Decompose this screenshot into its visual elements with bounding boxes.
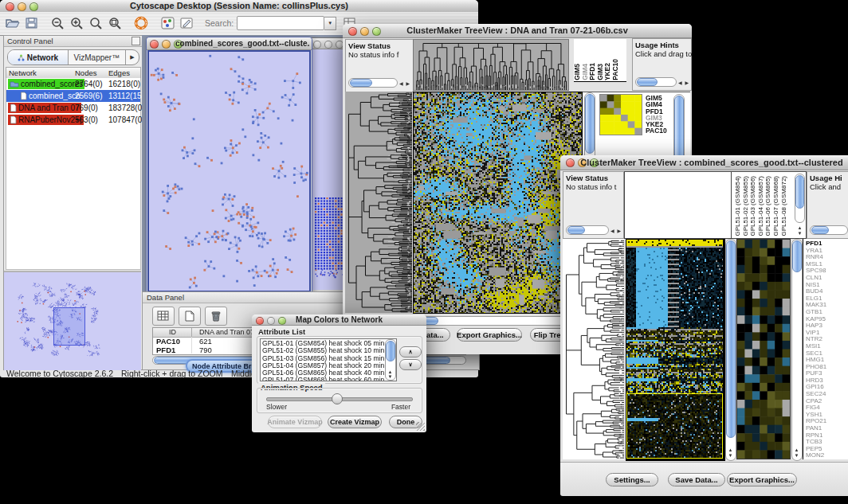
- status-zoom-hint: Right-click + drag to ZOOM: [121, 369, 223, 378]
- network-name: combined_sco: [29, 92, 80, 100]
- close-icon[interactable]: [313, 41, 321, 49]
- attribute-list-item[interactable]: GPL51-02 (GSM855) heat shock 10 min: [262, 347, 395, 354]
- column-label[interactable]: GPL51-08 (GSM872): [780, 176, 788, 236]
- attribute-list-vscrollbar[interactable]: ▲▼: [385, 339, 396, 381]
- open-file-icon[interactable]: [3, 14, 22, 32]
- delete-attribute-button[interactable]: [205, 307, 227, 326]
- network-view-frame[interactable]: combined_scores_good.txt--cluste...: [146, 37, 312, 291]
- tv2-column-dendrogram-area[interactable]: [624, 171, 732, 239]
- tv1-usage-hints-panel: Usage Hints Click and drag to ◀ ▶: [632, 38, 692, 91]
- help-icon[interactable]: [132, 14, 151, 32]
- search-dropdown-icon[interactable]: ▼: [324, 17, 336, 30]
- tv2-hints-hscrollbar[interactable]: [810, 225, 848, 235]
- network-row[interactable]: DNA and Tran 07769(0)183728(0): [6, 102, 140, 114]
- scroll-thumb[interactable]: [811, 226, 829, 234]
- column-label[interactable]: GPL51-03 (GSM856): [749, 176, 757, 236]
- attribute-list-item[interactable]: GPL51-06 (GSM865) heat shock 40 min: [262, 369, 395, 377]
- network-row[interactable]: combined_scores2764(0)16218(0): [6, 78, 140, 90]
- zoom-fit-icon[interactable]: [106, 14, 125, 32]
- main-titlebar[interactable]: Cytoscape Desktop (Session Name: collins…: [0, 0, 478, 13]
- resize-grip[interactable]: [416, 422, 425, 431]
- scroll-thumb[interactable]: [386, 341, 395, 361]
- tv2-status-hscrollbar[interactable]: [566, 225, 609, 235]
- tv2-titlebar[interactable]: ClusterMaker TreeView : combined_scores_…: [560, 155, 848, 170]
- desktop: Cytoscape Desktop (Session Name: collins…: [0, 0, 848, 504]
- attribute-list[interactable]: GPL51-01 (GSM854) heat shock 05 minGPL51…: [260, 338, 397, 381]
- tv1-global-hscrollbar[interactable]: [413, 316, 571, 326]
- tv2-label-vscrollbar[interactable]: ▲▼: [791, 239, 803, 461]
- tv1-hints-hscrollbar[interactable]: [635, 77, 677, 87]
- dialog-titlebar[interactable]: Map Colors to Network: [252, 315, 426, 326]
- network-view-canvas[interactable]: [147, 50, 311, 291]
- tv1-column-dendrogram[interactable]: [413, 39, 569, 91]
- attribute-list-item[interactable]: GPL51-01 (GSM854) heat shock 05 min: [262, 340, 395, 347]
- zoom-selected-icon[interactable]: [87, 14, 106, 32]
- data-panel-title: Data Panel: [147, 293, 184, 302]
- tv1-row-dendrogram[interactable]: [345, 92, 412, 313]
- column-label[interactable]: GPL51-04 (GSM857): [757, 176, 765, 236]
- annotation-icon[interactable]: [178, 14, 197, 32]
- edges-count: 16218(0): [108, 78, 140, 90]
- attribute-list-item[interactable]: GPL51-04 (GSM857) heat shock 20 min: [262, 362, 395, 369]
- tab-network[interactable]: Network: [8, 50, 69, 64]
- column-label[interactable]: GPL51-07 (GSM868): [772, 176, 780, 236]
- search-input[interactable]: [237, 16, 324, 30]
- scroll-thumb[interactable]: [726, 240, 736, 438]
- column-label[interactable]: GPL51-06 (GSM865): [764, 176, 772, 236]
- move-down-button[interactable]: ∨: [399, 359, 422, 370]
- create-vizmap-button[interactable]: Create Vizmap: [328, 416, 382, 428]
- tv2-heatmap-selection[interactable]: [626, 393, 723, 459]
- save-icon[interactable]: [22, 14, 41, 32]
- export-graphics----button[interactable]: Export Graphics...: [727, 473, 797, 486]
- tv2-usage-hints-panel: Usage Hi Click and: [807, 171, 848, 239]
- network-frame-titlebar[interactable]: combined_scores_good.txt--cluste...: [147, 37, 312, 50]
- vizmapper-shortcut-icon[interactable]: [159, 14, 178, 32]
- slider-max-label: Faster: [391, 403, 410, 411]
- tv1-status-hscrollbar[interactable]: [348, 78, 398, 88]
- row-label[interactable]: PAC10: [646, 127, 667, 134]
- tv2-global-heatmap[interactable]: [626, 239, 725, 461]
- column-label[interactable]: GPL51-01 (GSM854): [734, 176, 742, 236]
- scroll-thumb[interactable]: [585, 94, 595, 154]
- attribute-list-item[interactable]: GPL51-07 (GSM868) heat shock 60 min: [262, 377, 395, 381]
- scroll-thumb[interactable]: [795, 175, 804, 209]
- close-icon[interactable]: [150, 40, 159, 49]
- settings----button[interactable]: Settings...: [606, 473, 658, 486]
- zoom-in-icon[interactable]: [68, 14, 87, 32]
- export-graphics----button[interactable]: Export Graphics...: [457, 328, 522, 342]
- birdseye-view[interactable]: [4, 271, 141, 370]
- slider-thumb[interactable]: [332, 393, 343, 404]
- document-icon: [20, 92, 27, 100]
- minimize-icon[interactable]: [324, 41, 332, 49]
- scroll-thumb[interactable]: [350, 79, 372, 87]
- scroll-thumb[interactable]: [567, 226, 585, 234]
- move-up-button[interactable]: ∧: [399, 346, 422, 357]
- row-id: PAC10: [156, 337, 180, 346]
- tv1-titlebar[interactable]: ClusterMaker TreeView : DNA and Tran 07-…: [343, 24, 692, 38]
- attribute-list-item[interactable]: GPL51-03 (GSM856) heat shock 15 min: [262, 355, 395, 362]
- more-tabs-button[interactable]: ▶: [125, 50, 139, 64]
- tv2-collabel-vscrollbar[interactable]: [795, 174, 805, 223]
- network-row[interactable]: RNAPuberNov2+|563(0)107847(0): [6, 114, 140, 126]
- scroll-thumb[interactable]: [637, 78, 658, 86]
- edges-count: 183728(0): [108, 102, 145, 114]
- minimize-icon[interactable]: [162, 40, 171, 49]
- attribute-select-button[interactable]: [152, 307, 175, 326]
- birdseye-viewport-rect[interactable]: [53, 307, 85, 346]
- tv2-row-dendrogram[interactable]: [563, 239, 624, 459]
- gene-label[interactable]: MON2: [806, 452, 848, 459]
- float-panel-icon[interactable]: [132, 37, 140, 45]
- tv2-global-vscrollbar[interactable]: ▲▼: [725, 239, 736, 461]
- zoom-out-icon[interactable]: [49, 14, 68, 32]
- tv1-zoom-heatmap[interactable]: [599, 94, 642, 135]
- column-label[interactable]: PAC10: [612, 59, 620, 80]
- network-table: combined_scores2764(0)16218(0)combined_s…: [6, 78, 141, 127]
- new-attribute-button[interactable]: [179, 307, 201, 326]
- network-row[interactable]: combined_sco2569(6)13112(15): [6, 90, 140, 102]
- scroll-thumb[interactable]: [792, 240, 802, 272]
- tv2-zoom-heatmap[interactable]: [736, 239, 791, 459]
- tab-vizmapper[interactable]: VizMapper™: [69, 50, 125, 64]
- save-data----button[interactable]: Save Data...: [668, 473, 725, 486]
- column-label[interactable]: GPL51-02 (GSM855): [742, 176, 750, 236]
- tv1-global-heatmap[interactable]: [413, 92, 583, 314]
